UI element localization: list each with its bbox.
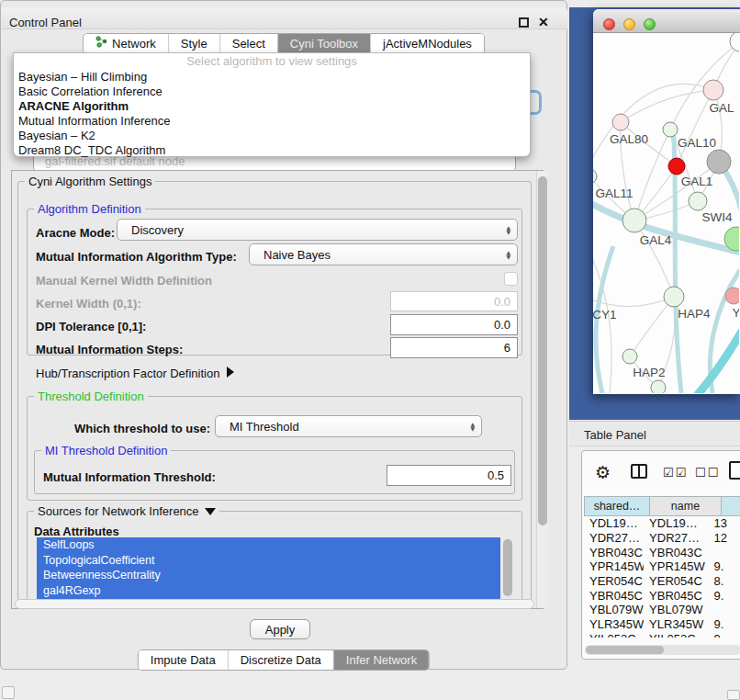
network-node[interactable] — [725, 288, 739, 304]
settings-gear-icon[interactable]: ⚙ — [595, 462, 611, 482]
column-header[interactable]: name — [650, 496, 722, 516]
network-icon — [95, 34, 107, 53]
tab-cyni-toolbox[interactable]: Cyni Toolbox — [277, 34, 370, 53]
network-edge[interactable] — [677, 90, 713, 166]
table-horizontal-scrollbar[interactable] — [585, 645, 740, 655]
tab-jactivemnodules[interactable]: jActiveMNodules — [370, 34, 484, 53]
network-edge[interactable] — [593, 84, 713, 171]
table-header-row: shared…name — [584, 496, 740, 516]
cyni-algorithm-settings-title: Cyni Algorithm Settings — [25, 175, 155, 188]
network-canvas[interactable]: GALGAL80GAL10GAL11GAL1SWI4GAL4GCY1HAP4YH… — [593, 33, 739, 393]
settings-vertical-scrollbar[interactable] — [536, 171, 548, 608]
hub-definition-toggle[interactable]: Hub/Transcription Factor Definition — [36, 367, 234, 380]
tab-select[interactable]: Select — [219, 34, 277, 53]
table-row[interactable]: YER054CYER054C8. — [584, 574, 740, 589]
network-edge[interactable] — [694, 325, 739, 393]
network-node[interactable] — [651, 380, 666, 393]
column-header[interactable] — [722, 496, 740, 516]
manual-kernel-checkbox[interactable] — [504, 272, 518, 286]
float-window-icon[interactable] — [519, 17, 529, 28]
network-node[interactable] — [668, 158, 685, 175]
table-row[interactable]: YBR043CYBR043C — [584, 545, 740, 559]
split-columns-icon[interactable] — [631, 464, 647, 479]
tab-infer-network[interactable]: Infer Network — [333, 650, 429, 670]
tab-impute-data[interactable]: Impute Data — [139, 650, 228, 670]
mi-threshold-field[interactable]: 0.5 — [387, 465, 511, 486]
mi-type-value: Naive Bayes — [263, 248, 331, 262]
table-cell: 9. — [709, 559, 740, 573]
mi-type-combo[interactable]: Naive Bayes ▲▼ — [249, 243, 518, 265]
column-header[interactable]: shared… — [584, 496, 650, 516]
aracne-mode-label: Aracne Mode: — [36, 226, 115, 240]
aracne-mode-value: Discovery — [131, 223, 184, 237]
dropdown-item[interactable]: Basic Correlation Inference — [14, 85, 530, 99]
dropdown-item[interactable]: Mutual Information Inference — [14, 114, 530, 129]
network-node[interactable] — [663, 122, 678, 137]
checked-checkboxes-icon[interactable]: ☑☑ — [663, 466, 688, 480]
attribute-item[interactable]: gal4RGexp — [37, 583, 500, 599]
table-window: ⚙ ☑☑ ☐☐ shared…name YDL19…YDL19…13YDR27…… — [581, 450, 740, 660]
table-row[interactable]: YDR27…YDR27…12 — [584, 531, 740, 546]
settings-horizontal-scrollbar[interactable] — [15, 599, 534, 609]
table-cell: YBR045C — [584, 589, 644, 603]
table-row[interactable]: YBL079WYBL079W — [584, 603, 740, 617]
attribute-item[interactable]: BetweennessCentrality — [37, 568, 500, 583]
table-cell: 9 — [709, 632, 740, 638]
attribute-item[interactable]: SelfLoops — [37, 537, 500, 553]
close-icon[interactable]: ✕ — [538, 15, 549, 29]
network-node[interactable] — [593, 169, 597, 184]
which-threshold-combo[interactable]: MI Threshold ▲▼ — [215, 415, 482, 437]
minimized-table-icon[interactable] — [727, 690, 740, 700]
apply-button[interactable]: Apply — [250, 619, 310, 639]
dropdown-item[interactable]: Bayesian – Hill Climbing — [14, 70, 530, 85]
kernel-width-field[interactable]: 0.0 — [390, 291, 518, 311]
attributes-scrollbar-thumb[interactable] — [503, 539, 512, 596]
control-panel-titlebar — [2, 7, 567, 29]
network-node[interactable] — [622, 209, 646, 232]
which-threshold-value: MI Threshold — [230, 420, 299, 434]
table-row[interactable]: YDL19…YDL19…13 — [584, 516, 740, 531]
network-node[interactable] — [707, 150, 731, 174]
table-cell: 12 — [709, 531, 740, 545]
table-panel-title: Table Panel — [584, 428, 646, 442]
tab-network[interactable]: Network — [84, 34, 168, 53]
mi-type-label: Mutual Information Algorithm Type: — [36, 250, 237, 264]
table-scrollbar-thumb[interactable] — [586, 646, 664, 654]
spinner-icon: ▲▼ — [506, 225, 510, 234]
aracne-mode-combo[interactable]: Discovery ▲▼ — [117, 219, 518, 241]
table-cell: YPR145W — [584, 559, 644, 573]
network-node[interactable] — [703, 80, 723, 100]
collapse-down-icon — [205, 508, 216, 515]
dpi-tolerance-field[interactable]: 0.0 — [390, 314, 518, 335]
minimize-traffic-light[interactable] — [623, 18, 635, 30]
dropdown-item[interactable]: ARACNE Algorithm — [14, 99, 530, 114]
table-row[interactable]: YLR345WYLR345W9. — [584, 617, 740, 632]
table-cell: YBL079W — [584, 603, 644, 616]
close-traffic-light[interactable] — [603, 18, 615, 30]
minimized-panel-icon[interactable] — [2, 686, 15, 699]
table-cell: YDL19… — [644, 516, 708, 530]
tab-discretize-data[interactable]: Discretize Data — [228, 650, 333, 670]
zoom-traffic-light[interactable] — [644, 18, 656, 30]
mi-steps-field[interactable]: 6 — [390, 337, 518, 358]
dropdown-item[interactable]: Dream8 DC_TDC Algorithm — [14, 143, 530, 158]
tab-label: jActiveMNodules — [383, 34, 472, 53]
network-node[interactable] — [664, 287, 684, 307]
table-row[interactable]: YBR045CYBR045C9. — [584, 588, 740, 603]
node-label: GAL1 — [681, 175, 713, 188]
sources-title[interactable]: Sources for Network Inference — [34, 504, 219, 518]
dropdown-item[interactable]: Bayesian – K2 — [14, 129, 530, 143]
attribute-item[interactable]: TopologicalCoefficient — [37, 553, 500, 569]
unchecked-checkboxes-icon[interactable]: ☐☐ — [695, 466, 720, 480]
network-node[interactable] — [622, 349, 637, 364]
table-row[interactable]: YIL052CYIL052C9 — [584, 632, 740, 638]
network-node[interactable] — [612, 114, 629, 130]
table-cell: 8. — [709, 574, 740, 588]
tab-style[interactable]: Style — [168, 34, 219, 53]
document-icon[interactable] — [729, 461, 740, 480]
network-graph[interactable]: GALGAL80GAL10GAL11GAL1SWI4GAL4GCY1HAP4YH… — [593, 33, 739, 393]
data-attributes-list[interactable]: SelfLoopsTopologicalCoefficientBetweenne… — [37, 537, 500, 599]
table-row[interactable]: YPR145WYPR145W9. — [584, 559, 740, 574]
scrollbar-thumb[interactable] — [538, 176, 547, 525]
network-node[interactable] — [689, 192, 707, 210]
